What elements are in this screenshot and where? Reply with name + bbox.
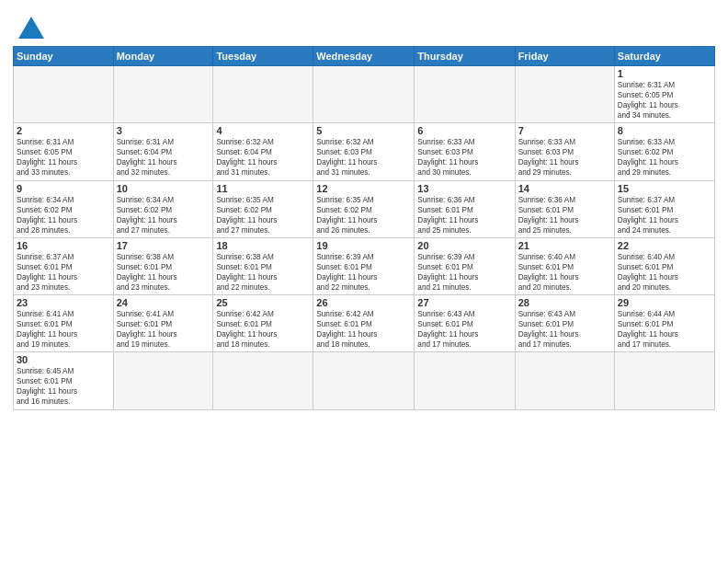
- calendar-cell: 2Sunrise: 6:31 AM Sunset: 6:05 PM Daylig…: [14, 123, 114, 180]
- day-info: Sunrise: 6:31 AM Sunset: 6:05 PM Dayligh…: [17, 137, 110, 178]
- day-number: 25: [216, 297, 310, 308]
- calendar-cell: [415, 352, 515, 409]
- calendar-cell: [113, 352, 213, 409]
- day-number: 1: [618, 68, 711, 79]
- col-header-wednesday: Wednesday: [313, 47, 415, 66]
- calendar-cell: 12Sunrise: 6:35 AM Sunset: 6:02 PM Dayli…: [313, 180, 415, 237]
- calendar-cell: 23Sunrise: 6:41 AM Sunset: 6:01 PM Dayli…: [14, 295, 114, 352]
- calendar-cell: [113, 66, 213, 123]
- calendar-cell: 17Sunrise: 6:38 AM Sunset: 6:01 PM Dayli…: [113, 237, 213, 294]
- calendar-header-row: SundayMondayTuesdayWednesdayThursdayFrid…: [14, 47, 715, 66]
- calendar-cell: 1Sunrise: 6:31 AM Sunset: 6:05 PM Daylig…: [614, 66, 714, 123]
- day-info: Sunrise: 6:37 AM Sunset: 6:01 PM Dayligh…: [17, 252, 110, 293]
- calendar-cell: [614, 352, 714, 409]
- calendar-week-row: 1Sunrise: 6:31 AM Sunset: 6:05 PM Daylig…: [14, 66, 715, 123]
- day-number: 13: [417, 183, 511, 194]
- calendar-cell: 28Sunrise: 6:43 AM Sunset: 6:01 PM Dayli…: [515, 295, 614, 352]
- day-number: 18: [216, 240, 310, 251]
- day-number: 11: [216, 183, 310, 194]
- calendar-cell: 13Sunrise: 6:36 AM Sunset: 6:01 PM Dayli…: [415, 180, 515, 237]
- calendar-cell: [515, 352, 614, 409]
- day-number: 15: [618, 183, 711, 194]
- day-info: Sunrise: 6:42 AM Sunset: 6:01 PM Dayligh…: [316, 309, 411, 350]
- day-number: 3: [117, 125, 210, 136]
- calendar-cell: 24Sunrise: 6:41 AM Sunset: 6:01 PM Dayli…: [113, 295, 213, 352]
- calendar-cell: 14Sunrise: 6:36 AM Sunset: 6:01 PM Dayli…: [515, 180, 614, 237]
- day-number: 19: [316, 240, 411, 251]
- day-number: 4: [216, 125, 310, 136]
- day-info: Sunrise: 6:36 AM Sunset: 6:01 PM Dayligh…: [518, 195, 611, 236]
- day-number: 2: [17, 125, 110, 136]
- day-number: 21: [518, 240, 611, 251]
- svg-marker-0: [18, 17, 44, 39]
- day-info: Sunrise: 6:40 AM Sunset: 6:01 PM Dayligh…: [518, 252, 611, 293]
- day-info: Sunrise: 6:44 AM Sunset: 6:01 PM Dayligh…: [618, 309, 711, 350]
- day-info: Sunrise: 6:34 AM Sunset: 6:02 PM Dayligh…: [17, 195, 110, 236]
- calendar-cell: [313, 352, 415, 409]
- calendar-week-row: 2Sunrise: 6:31 AM Sunset: 6:05 PM Daylig…: [14, 123, 715, 180]
- day-info: Sunrise: 6:33 AM Sunset: 6:03 PM Dayligh…: [417, 137, 511, 178]
- day-info: Sunrise: 6:41 AM Sunset: 6:01 PM Dayligh…: [17, 309, 110, 350]
- day-number: 24: [117, 297, 210, 308]
- calendar-cell: 20Sunrise: 6:39 AM Sunset: 6:01 PM Dayli…: [415, 237, 515, 294]
- col-header-monday: Monday: [113, 47, 213, 66]
- day-info: Sunrise: 6:39 AM Sunset: 6:01 PM Dayligh…: [316, 252, 411, 293]
- calendar-cell: [213, 352, 313, 409]
- calendar-cell: [213, 66, 313, 123]
- calendar-week-row: 30Sunrise: 6:45 AM Sunset: 6:01 PM Dayli…: [14, 352, 715, 409]
- calendar-cell: 9Sunrise: 6:34 AM Sunset: 6:02 PM Daylig…: [14, 180, 114, 237]
- calendar-cell: 16Sunrise: 6:37 AM Sunset: 6:01 PM Dayli…: [14, 237, 114, 294]
- day-info: Sunrise: 6:32 AM Sunset: 6:03 PM Dayligh…: [316, 137, 411, 178]
- logo-icon: [15, 13, 48, 40]
- calendar-cell: [415, 66, 515, 123]
- col-header-tuesday: Tuesday: [213, 47, 313, 66]
- calendar-cell: 25Sunrise: 6:42 AM Sunset: 6:01 PM Dayli…: [213, 295, 313, 352]
- calendar-cell: 30Sunrise: 6:45 AM Sunset: 6:01 PM Dayli…: [14, 352, 114, 409]
- calendar-cell: 3Sunrise: 6:31 AM Sunset: 6:04 PM Daylig…: [113, 123, 213, 180]
- day-info: Sunrise: 6:31 AM Sunset: 6:04 PM Dayligh…: [117, 137, 210, 178]
- day-info: Sunrise: 6:43 AM Sunset: 6:01 PM Dayligh…: [518, 309, 611, 350]
- col-header-sunday: Sunday: [14, 47, 114, 66]
- calendar-week-row: 16Sunrise: 6:37 AM Sunset: 6:01 PM Dayli…: [14, 237, 715, 294]
- col-header-thursday: Thursday: [415, 47, 515, 66]
- col-header-friday: Friday: [515, 47, 614, 66]
- calendar-cell: 4Sunrise: 6:32 AM Sunset: 6:04 PM Daylig…: [213, 123, 313, 180]
- calendar-week-row: 9Sunrise: 6:34 AM Sunset: 6:02 PM Daylig…: [14, 180, 715, 237]
- day-info: Sunrise: 6:40 AM Sunset: 6:01 PM Dayligh…: [618, 252, 711, 293]
- day-info: Sunrise: 6:38 AM Sunset: 6:01 PM Dayligh…: [117, 252, 210, 293]
- day-info: Sunrise: 6:37 AM Sunset: 6:01 PM Dayligh…: [618, 195, 711, 236]
- day-number: 28: [518, 297, 611, 308]
- col-header-saturday: Saturday: [614, 47, 714, 66]
- day-number: 22: [618, 240, 711, 251]
- day-number: 23: [17, 297, 110, 308]
- page: SundayMondayTuesdayWednesdayThursdayFrid…: [0, 0, 728, 563]
- calendar-cell: 10Sunrise: 6:34 AM Sunset: 6:02 PM Dayli…: [113, 180, 213, 237]
- day-info: Sunrise: 6:39 AM Sunset: 6:01 PM Dayligh…: [417, 252, 511, 293]
- day-number: 14: [518, 183, 611, 194]
- day-info: Sunrise: 6:34 AM Sunset: 6:02 PM Dayligh…: [117, 195, 210, 236]
- day-info: Sunrise: 6:36 AM Sunset: 6:01 PM Dayligh…: [417, 195, 511, 236]
- header: [13, 9, 715, 40]
- day-number: 16: [17, 240, 110, 251]
- calendar-cell: 11Sunrise: 6:35 AM Sunset: 6:02 PM Dayli…: [213, 180, 313, 237]
- day-info: Sunrise: 6:31 AM Sunset: 6:05 PM Dayligh…: [618, 80, 711, 121]
- day-number: 10: [117, 183, 210, 194]
- day-number: 27: [417, 297, 511, 308]
- day-number: 30: [17, 354, 110, 365]
- day-number: 5: [316, 125, 411, 136]
- day-number: 29: [618, 297, 711, 308]
- day-info: Sunrise: 6:32 AM Sunset: 6:04 PM Dayligh…: [216, 137, 310, 178]
- day-number: 6: [417, 125, 511, 136]
- calendar-cell: 21Sunrise: 6:40 AM Sunset: 6:01 PM Dayli…: [515, 237, 614, 294]
- calendar-cell: 7Sunrise: 6:33 AM Sunset: 6:03 PM Daylig…: [515, 123, 614, 180]
- calendar-cell: 22Sunrise: 6:40 AM Sunset: 6:01 PM Dayli…: [614, 237, 714, 294]
- calendar-cell: 5Sunrise: 6:32 AM Sunset: 6:03 PM Daylig…: [313, 123, 415, 180]
- calendar-cell: 19Sunrise: 6:39 AM Sunset: 6:01 PM Dayli…: [313, 237, 415, 294]
- calendar-cell: 6Sunrise: 6:33 AM Sunset: 6:03 PM Daylig…: [415, 123, 515, 180]
- calendar-cell: 8Sunrise: 6:33 AM Sunset: 6:02 PM Daylig…: [614, 123, 714, 180]
- calendar-cell: [14, 66, 114, 123]
- day-info: Sunrise: 6:35 AM Sunset: 6:02 PM Dayligh…: [216, 195, 310, 236]
- day-info: Sunrise: 6:38 AM Sunset: 6:01 PM Dayligh…: [216, 252, 310, 293]
- day-number: 20: [417, 240, 511, 251]
- calendar-cell: 27Sunrise: 6:43 AM Sunset: 6:01 PM Dayli…: [415, 295, 515, 352]
